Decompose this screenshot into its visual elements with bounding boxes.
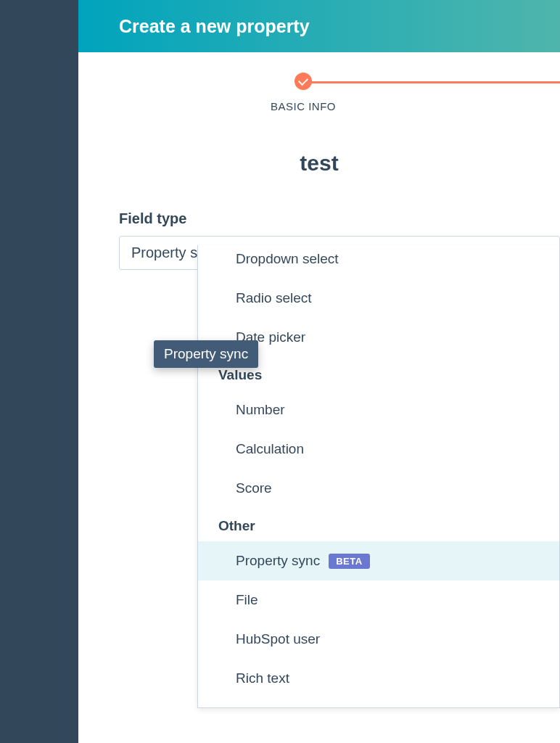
panel-title: Create a new property <box>119 16 310 37</box>
dropdown-item-label: File <box>236 592 258 608</box>
stepper-line <box>305 81 560 83</box>
check-icon <box>298 75 308 85</box>
step-label: BASIC INFO <box>271 100 336 112</box>
dropdown-item-label: Dropdown select <box>236 251 339 267</box>
dropdown-item-label: Rich text <box>236 670 289 686</box>
tooltip: Property sync <box>154 340 258 368</box>
dropdown-item-label: Calculation <box>236 441 304 457</box>
dropdown-item-label: Radio select <box>236 290 312 306</box>
dropdown-item-property-sync[interactable]: Property sync BETA <box>198 541 559 580</box>
dropdown-item-label: Number <box>236 402 285 418</box>
dropdown-item-hubspot-user[interactable]: HubSpot user <box>198 620 559 659</box>
dropdown-item-score[interactable]: Score <box>198 469 559 508</box>
beta-badge: BETA <box>329 554 369 569</box>
stepper: BASIC INFO FIELD TYPE <box>78 65 560 131</box>
dropdown-item-dropdown-select[interactable]: Dropdown select <box>198 245 559 279</box>
property-name-heading: test <box>78 151 560 176</box>
panel-header: Create a new property <box>78 0 560 52</box>
step-circle-completed <box>295 73 312 90</box>
field-type-dropdown[interactable]: Dropdown select Radio select Date picker… <box>197 245 560 708</box>
dropdown-item-file[interactable]: File <box>198 580 559 620</box>
field-type-label: Field type <box>119 210 560 227</box>
dropdown-item-rich-text[interactable]: Rich text <box>198 659 559 698</box>
dropdown-item-number[interactable]: Number <box>198 390 559 430</box>
tooltip-text: Property sync <box>164 346 248 361</box>
dropdown-item-label: Property sync <box>236 553 320 569</box>
create-property-panel: Create a new property BASIC INFO FIELD T… <box>78 0 560 743</box>
step-basic-info[interactable]: BASIC INFO <box>271 73 336 112</box>
dropdown-item-label: Score <box>236 480 272 496</box>
dropdown-item-label: HubSpot user <box>236 631 320 647</box>
dropdown-group-other: Other <box>198 508 559 541</box>
dropdown-item-radio-select[interactable]: Radio select <box>198 279 559 318</box>
dropdown-item-calculation[interactable]: Calculation <box>198 430 559 469</box>
